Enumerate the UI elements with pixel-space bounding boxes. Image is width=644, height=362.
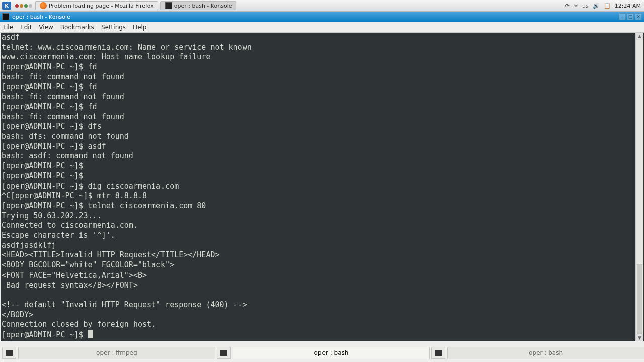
tab-bash-1-label: oper : bash bbox=[314, 349, 349, 356]
tab-ffmpeg-label: oper : ffmpeg bbox=[96, 349, 137, 356]
scroll-thumb[interactable] bbox=[637, 264, 642, 334]
tray-network-icon[interactable]: ✳ bbox=[574, 3, 578, 9]
clock[interactable]: 12:24 AM bbox=[615, 3, 641, 9]
new-tab-button[interactable] bbox=[2, 347, 16, 359]
tab-bar: oper : ffmpeg oper : bash oper : bash bbox=[0, 343, 644, 362]
terminal-icon bbox=[220, 350, 227, 356]
window-title: oper : bash - Konsole bbox=[12, 14, 70, 20]
taskbar-firefox[interactable]: Problem loading page - Mozilla Firefox bbox=[35, 1, 158, 10]
system-tray: ⟳ ✳ us 🔊 📋 12:24 AM bbox=[562, 3, 644, 9]
clipboard-icon[interactable]: 📋 bbox=[604, 3, 611, 9]
menu-help[interactable]: Help bbox=[133, 24, 146, 31]
taskbar-firefox-label: Problem loading page - Mozilla Firefox bbox=[49, 3, 154, 9]
tab-separator-2 bbox=[431, 347, 445, 359]
close-button[interactable]: ✕ bbox=[635, 13, 642, 20]
menu-edit[interactable]: Edit bbox=[20, 24, 32, 31]
terminal-container: asdf telnet: www.ciscoarmenia.com: Name … bbox=[0, 33, 644, 343]
window-titlebar[interactable]: oper : bash - Konsole _ ▢ ✕ bbox=[0, 12, 644, 22]
pager-desktop-4[interactable] bbox=[29, 4, 32, 8]
window-app-icon[interactable] bbox=[2, 13, 9, 20]
tab-bash-2[interactable]: oper : bash bbox=[447, 347, 644, 359]
tab-bash-2-label: oper : bash bbox=[529, 349, 563, 356]
terminal-icon bbox=[435, 350, 442, 356]
firefox-icon bbox=[40, 2, 47, 9]
taskbar-konsole[interactable]: oper : bash - Konsole bbox=[160, 1, 237, 10]
menu-view[interactable]: View bbox=[39, 24, 53, 31]
scroll-up-icon[interactable]: ▲ bbox=[636, 33, 643, 40]
volume-icon[interactable]: 🔊 bbox=[593, 3, 600, 9]
menu-settings[interactable]: Settings bbox=[101, 24, 126, 31]
desktop-panel: K Problem loading page - Mozilla Firefox… bbox=[0, 0, 644, 12]
terminal-cursor bbox=[88, 330, 93, 338]
keyboard-layout[interactable]: us bbox=[582, 3, 589, 9]
minimize-button[interactable]: _ bbox=[619, 13, 626, 20]
tray-updates-icon[interactable]: ⟳ bbox=[565, 3, 570, 9]
taskbar-konsole-label: oper : bash - Konsole bbox=[174, 3, 232, 9]
new-tab-icon bbox=[6, 350, 13, 356]
kmenu-button[interactable]: K bbox=[2, 2, 11, 10]
terminal[interactable]: asdf telnet: www.ciscoarmenia.com: Name … bbox=[1, 33, 644, 341]
tab-bash-1[interactable]: oper : bash bbox=[233, 347, 430, 359]
menu-bookmarks[interactable]: Bookmarks bbox=[60, 24, 94, 31]
konsole-icon bbox=[165, 2, 172, 9]
pager-desktop-2[interactable] bbox=[20, 4, 23, 8]
pager-desktop-3[interactable] bbox=[24, 4, 28, 8]
menubar: File Edit View Bookmarks Settings Help bbox=[0, 22, 644, 33]
scroll-down-icon[interactable]: ▼ bbox=[636, 334, 643, 341]
tab-separator-1 bbox=[217, 347, 231, 359]
menu-file[interactable]: File bbox=[3, 24, 13, 31]
tab-ffmpeg[interactable]: oper : ffmpeg bbox=[18, 347, 215, 359]
scrollbar[interactable]: ▲ ▼ bbox=[635, 33, 643, 341]
pager-desktop-1[interactable] bbox=[15, 4, 19, 8]
desktop-pager[interactable] bbox=[15, 4, 32, 8]
maximize-button[interactable]: ▢ bbox=[627, 13, 634, 20]
